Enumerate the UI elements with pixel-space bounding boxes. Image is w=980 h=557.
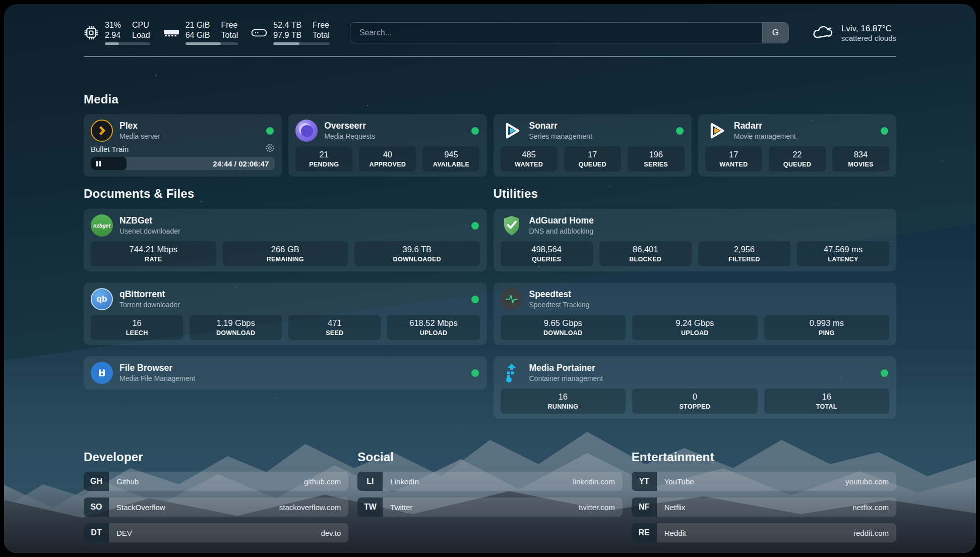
- card-nzbget[interactable]: nzbget NZBGet Usenet downloader 744.21 M…: [84, 209, 487, 271]
- stat-box: 9.24 Gbps UPLOAD: [632, 315, 758, 340]
- app-subtitle: Movie management: [734, 132, 874, 140]
- section-title-utilities: Utilities: [494, 187, 897, 201]
- stat-box: 39.6 TB DOWNLOADED: [354, 241, 480, 266]
- bookmark-stackoverflow[interactable]: SO StackOverflow stackoverflow.com: [84, 497, 348, 517]
- status-dot: [471, 296, 479, 303]
- stat-box: 86,401 BLOCKED: [599, 241, 692, 266]
- app-name: Overseerr: [324, 121, 464, 131]
- card-adguard[interactable]: AdGuard Home DNS and adblocking 498,564 …: [494, 209, 897, 271]
- card-filebrowser[interactable]: File Browser Media File Management: [84, 356, 487, 389]
- card-qbittorrent[interactable]: qb qBittorrent Torrent downloader 16 LEE…: [84, 283, 487, 345]
- stat-box: 47.569 ms LATENCY: [797, 241, 889, 266]
- bookmark-abbr: YT: [632, 472, 657, 491]
- app-name: Speedtest: [529, 290, 890, 300]
- bookmark-url: stackoverflow.com: [279, 503, 349, 512]
- bookmark-github[interactable]: GH Github github.com: [84, 472, 348, 491]
- bookmark-url: dev.to: [321, 529, 349, 537]
- disk-progress-bar: [273, 42, 330, 45]
- bookmark-abbr: TW: [357, 497, 383, 517]
- stat-box: 9.65 Gbps DOWNLOAD: [501, 315, 626, 340]
- playback-progress-bar[interactable]: 24:44 / 02:06:47: [91, 157, 275, 170]
- bookmark-url: reddit.com: [853, 529, 896, 537]
- card-radarr[interactable]: Radarr Movie management 17 WANTED 22 QUE…: [698, 114, 896, 177]
- app-name: AdGuard Home: [529, 216, 890, 226]
- section-title-social: Social: [357, 450, 622, 464]
- app-subtitle: Container management: [529, 374, 875, 382]
- app-subtitle: Speedtest Tracking: [529, 301, 890, 309]
- stat-value: 31%: [105, 20, 121, 30]
- stat-label: Free: [313, 20, 330, 30]
- pause-icon[interactable]: [96, 161, 101, 166]
- card-sonarr[interactable]: Sonarr Series management 485 WANTED 17 Q…: [494, 114, 692, 177]
- app-name: qBittorrent: [119, 290, 465, 300]
- bookmark-twitter[interactable]: TW Twitter twitter.com: [357, 497, 622, 517]
- bookmark-reddit[interactable]: RE Reddit reddit.com: [632, 523, 896, 542]
- stat-box: 17 WANTED: [705, 146, 762, 172]
- stat-box: 1.19 Gbps DOWNLOAD: [190, 315, 282, 340]
- bookmark-name: LinkedIn: [383, 477, 419, 486]
- header-divider: [84, 56, 896, 57]
- section-title-developer: Developer: [84, 450, 348, 464]
- stat-box: 22 QUEUED: [769, 146, 826, 172]
- bookmark-name: Twitter: [383, 503, 412, 512]
- app-subtitle: Torrent downloader: [119, 301, 465, 309]
- bookmark-abbr: RE: [632, 523, 657, 542]
- app-name: Radarr: [734, 121, 874, 131]
- bookmark-abbr: NF: [632, 497, 657, 517]
- sonarr-icon: [501, 120, 523, 142]
- memory-stat: 21 GiB Free 64 GiB Total: [163, 20, 238, 45]
- bookmark-url: github.com: [304, 477, 348, 486]
- stat-box: 196 SERIES: [628, 146, 685, 172]
- card-overseerr[interactable]: Overseerr Media Requests 21 PENDING 40 A…: [288, 114, 486, 177]
- bookmark-name: DEV: [109, 529, 132, 537]
- stat-box: 945 AVAILABLE: [422, 146, 479, 172]
- bookmark-dev[interactable]: DT DEV dev.to: [84, 523, 348, 542]
- bookmark-abbr: DT: [84, 523, 109, 542]
- stat-value: 21 GiB: [186, 20, 210, 30]
- stat-value: 2.94: [105, 30, 121, 40]
- now-playing-title: Bullet Train: [91, 145, 265, 153]
- stat-box: 498,564 QUERIES: [501, 241, 593, 266]
- app-subtitle: Media server: [119, 132, 260, 140]
- bookmark-netflix[interactable]: NF Netflix netflix.com: [632, 497, 896, 517]
- status-dot: [266, 127, 274, 135]
- weather-widget: Lviv, 16.87°C scattered clouds: [811, 23, 896, 42]
- stat-box: 266 GB REMAINING: [223, 241, 348, 266]
- weather-condition: scattered clouds: [841, 34, 896, 42]
- bookmark-youtube[interactable]: YT YouTube youtube.com: [632, 472, 896, 491]
- bookmark-abbr: GH: [84, 472, 109, 491]
- card-plex[interactable]: Plex Media server Bullet Train: [84, 114, 282, 177]
- qbittorrent-icon: qb: [91, 288, 113, 310]
- search-bar: G: [350, 22, 789, 43]
- plex-icon: [91, 120, 113, 142]
- bookmark-linkedin[interactable]: LI LinkedIn linkedin.com: [357, 472, 622, 491]
- playback-time: 24:44 / 02:06:47: [213, 159, 275, 168]
- status-dot: [471, 222, 479, 230]
- stat-box: 618.52 Mbps UPLOAD: [387, 315, 479, 340]
- stat-box: 0.993 ms PING: [764, 315, 890, 340]
- card-speedtest[interactable]: Speedtest Speedtest Tracking 9.65 Gbps D…: [494, 283, 897, 345]
- app-subtitle: Usenet downloader: [119, 227, 465, 235]
- portainer-icon: [501, 362, 523, 384]
- status-dot: [881, 369, 888, 377]
- stat-value: 97.9 TB: [273, 30, 301, 40]
- card-portainer[interactable]: Media Portainer Container management 16 …: [494, 356, 897, 419]
- bookmark-abbr: LI: [357, 472, 383, 491]
- bookmark-url: netflix.com: [852, 503, 896, 512]
- weather-location-temp: Lviv, 16.87°C: [841, 23, 896, 34]
- bookmark-url: twitter.com: [579, 503, 623, 512]
- session-settings-icon[interactable]: [265, 143, 275, 154]
- bookmark-url: linkedin.com: [573, 477, 622, 486]
- search-input[interactable]: [350, 23, 762, 43]
- stat-box: 485 WANTED: [501, 146, 558, 172]
- section-title-documents: Documents & Files: [84, 187, 487, 201]
- stat-box: 744.21 Mbps RATE: [91, 241, 216, 266]
- app-subtitle: Series management: [529, 132, 669, 140]
- adguard-icon: [501, 214, 523, 237]
- stat-box: 40 APPROVED: [359, 146, 416, 172]
- stat-box: 16 RUNNING: [501, 388, 626, 414]
- nzbget-icon: nzbget: [91, 214, 113, 237]
- status-dot: [471, 127, 479, 135]
- search-engine-button[interactable]: G: [762, 23, 788, 43]
- ram-icon: [163, 27, 179, 38]
